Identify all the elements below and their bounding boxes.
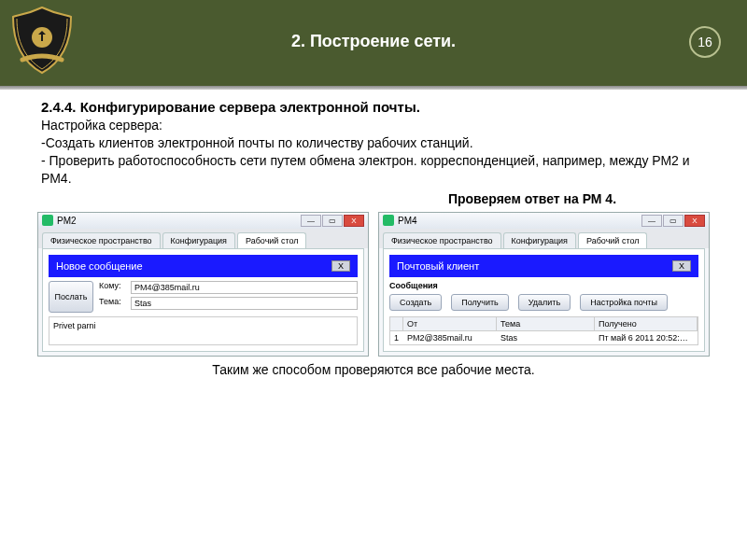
compose-button[interactable]: Создать [389, 294, 442, 311]
window-pm4: PM4 — ▭ X Физическое пространство Конфиг… [378, 212, 710, 357]
tab-bar: Физическое пространство Конфигурация Раб… [379, 229, 709, 248]
tab-physical[interactable]: Физическое пространство [383, 232, 501, 248]
window-titlebar: PM4 — ▭ X [379, 213, 709, 229]
close-button[interactable]: X [344, 215, 364, 227]
to-field[interactable]: PM4@385mail.ru [131, 281, 358, 294]
subject-label: Тема: [99, 297, 127, 310]
minimize-button[interactable]: — [641, 215, 662, 227]
mailclient-panel-header: Почтовый клиент X [389, 255, 698, 277]
window-title-text: PM4 [398, 216, 417, 226]
message-body-field[interactable]: Privet parni [49, 316, 358, 345]
check-label: Проверяем ответ на РМ 4. [359, 191, 706, 206]
maximize-button[interactable]: ▭ [663, 215, 684, 227]
mail-settings-button[interactable]: Настройка почты [580, 294, 668, 311]
compose-panel-header: Новое сообщение X [49, 255, 358, 277]
window-titlebar: PM2 — ▭ X [38, 213, 368, 229]
tab-content: Новое сообщение X Послать Кому: PM4@385m… [42, 248, 364, 352]
tab-config[interactable]: Конфигурация [503, 232, 576, 248]
subject-field[interactable]: Stas [131, 297, 358, 310]
delete-button[interactable]: Удалить [518, 294, 571, 311]
row-received: Пт май 6 2011 20:52:… [595, 331, 698, 344]
col-subject: Тема [497, 317, 595, 330]
to-label: Кому: [99, 281, 127, 294]
row-index: 1 [390, 331, 403, 344]
section-line: - Проверить работоспособность сети путем… [41, 152, 706, 188]
maximize-button[interactable]: ▭ [322, 215, 343, 227]
section-heading: 2.4.4. Конфигурирование сервера электрон… [41, 99, 706, 115]
panel-title: Почтовый клиент [397, 260, 479, 272]
emblem-icon [7, 6, 77, 75]
panel-title: Новое сообщение [56, 260, 143, 272]
section-line: Настройка сервера: [41, 117, 706, 134]
content-area: 2.4.4. Конфигурирование сервера электрон… [0, 90, 747, 210]
minimize-button[interactable]: — [301, 215, 321, 227]
send-button[interactable]: Послать [49, 281, 93, 313]
mail-table: От Тема Получено 1 PM2@385mail.ru Stas П… [389, 316, 698, 345]
tab-content: Почтовый клиент X Сообщения Создать Полу… [383, 248, 705, 352]
slide-header: 2. Построение сети. 16 [0, 0, 747, 86]
app-icon [42, 215, 53, 226]
receive-button[interactable]: Получить [451, 294, 509, 311]
panel-close-button[interactable]: X [672, 260, 691, 272]
tab-physical[interactable]: Физическое пространство [42, 232, 161, 248]
footnote: Таким же способом проверяются все рабочи… [0, 362, 747, 377]
screenshots-row: PM2 — ▭ X Физическое пространство Конфиг… [0, 212, 747, 357]
panel-close-button[interactable]: X [331, 260, 350, 272]
row-from: PM2@385mail.ru [403, 331, 497, 344]
mail-toolbar: Создать Получить Удалить Настройка почты [389, 294, 698, 311]
slide-title: 2. Построение сети. [0, 0, 747, 51]
window-title-text: PM2 [57, 216, 77, 226]
app-icon [383, 215, 394, 226]
tab-desktop[interactable]: Рабочий стол [237, 232, 307, 248]
mail-row[interactable]: 1 PM2@385mail.ru Stas Пт май 6 2011 20:5… [390, 331, 698, 344]
col-from: От [403, 317, 497, 330]
close-button[interactable]: X [684, 215, 705, 227]
row-subject: Stas [497, 331, 595, 344]
tab-desktop[interactable]: Рабочий стол [578, 232, 648, 248]
window-pm2: PM2 — ▭ X Физическое пространство Конфиг… [37, 212, 369, 357]
tab-config[interactable]: Конфигурация [162, 232, 235, 248]
section-line: -Создать клиентов электронной почты по к… [41, 134, 706, 152]
col-received: Получено [595, 317, 698, 330]
tab-bar: Физическое пространство Конфигурация Раб… [38, 229, 368, 248]
mail-table-header: От Тема Получено [390, 317, 698, 331]
page-number-badge: 16 [689, 26, 721, 58]
messages-label: Сообщения [389, 281, 698, 290]
